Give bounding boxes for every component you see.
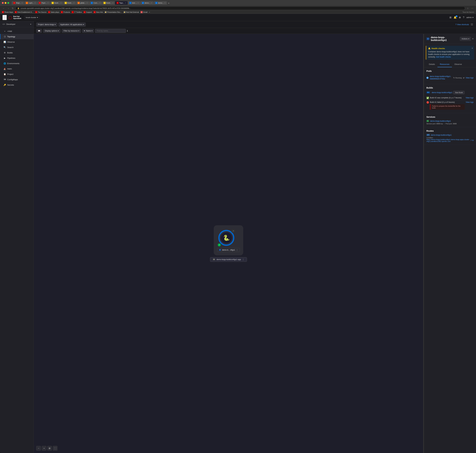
add-health-checks-link[interactable]: Add health checks — [436, 56, 451, 58]
forward-button[interactable]: → — [7, 7, 10, 10]
name-filter-button[interactable]: ▼ Name ▾ — [82, 29, 94, 33]
start-build-button[interactable]: Start Build — [453, 91, 464, 94]
node-context-menu[interactable]: ⋮ — [236, 249, 238, 251]
route-url[interactable]: https://demo-bnpp-buildconfigs1-demo-bnp… — [426, 139, 474, 142]
tab-close[interactable]: × — [165, 2, 166, 4]
bookmark-redhat-external[interactable]: 📁 Red Hat External — [123, 11, 139, 13]
more-bookmarks[interactable]: » — [149, 11, 150, 13]
user-menu[interactable]: admin ▾ — [467, 16, 474, 19]
expand-button[interactable]: ⛶ — [53, 446, 58, 451]
sidebar-item-configmaps[interactable]: 🗺 ConfigMaps — [0, 77, 34, 82]
bookmark-sales[interactable]: S Sales plays — [48, 11, 59, 13]
sidebar-item-project[interactable]: 📋 Project — [0, 71, 34, 77]
bookmark-ittoolbox[interactable]: I IT Toolbox — [72, 11, 82, 13]
zoom-out-button[interactable]: − — [36, 446, 41, 451]
sidebar-item-builds[interactable]: ⚙ Builds — [0, 50, 34, 55]
group-context-menu[interactable]: ⋮ — [242, 258, 244, 261]
service-name-link[interactable]: demo-bnpp-buildconfigs1 — [430, 120, 451, 122]
add-icon[interactable]: ⊕ — [459, 16, 461, 19]
perspective-selector[interactable]: </> Developer ▾ — [0, 21, 34, 27]
tab-close[interactable]: × — [60, 2, 61, 4]
bookmark-presentation[interactable]: 📁 Presentation Res… — [105, 11, 122, 13]
tab-resources[interactable]: Resources — [437, 62, 452, 67]
external-link-icon[interactable]: ↗ — [470, 139, 472, 141]
zoom-in-button[interactable]: + — [42, 446, 46, 451]
browser-tab[interactable]: d demo… × — [140, 1, 153, 5]
grid-icon[interactable]: ⊞ — [449, 16, 451, 19]
search-input[interactable] — [95, 29, 126, 33]
bookmark-newhire[interactable]: N New Hire — [94, 11, 103, 13]
view-shortcuts-link[interactable]: ? View shortcuts — [455, 23, 469, 26]
tab-details[interactable]: Details — [426, 62, 437, 67]
tab-close[interactable]: × — [73, 2, 74, 4]
project-selector[interactable]: Project: demo-bnpp ▾ — [36, 22, 57, 27]
display-options-button[interactable]: Display options ▾ — [43, 29, 60, 33]
new-tab-button[interactable]: + — [167, 2, 170, 5]
pod-view-logs-link[interactable]: View logs — [466, 77, 474, 79]
urlbar[interactable]: 🔒 console-openshift-console.apps.cluster… — [15, 7, 465, 10]
bookmark-support[interactable]: S Support — [84, 11, 92, 13]
browser-tab[interactable]: G gitlab… × — [76, 1, 89, 5]
tab-close[interactable]: × — [35, 2, 36, 4]
back-button[interactable]: ← — [2, 7, 6, 10]
reload-button[interactable]: ↻ — [11, 7, 14, 10]
tab-close[interactable]: × — [151, 2, 152, 4]
topology-view-btn[interactable]: 📖 — [36, 29, 42, 33]
tab-close[interactable]: × — [138, 2, 139, 4]
pod-name-link[interactable]: demo-bnpp-buildconfigs1-5886f6f9d9-87h5w — [430, 75, 452, 80]
browser-tab[interactable]: P Pipel… × — [37, 1, 50, 5]
app-selector[interactable]: Application: All applications ▾ — [58, 22, 86, 27]
close-window-btn[interactable] — [2, 2, 4, 4]
tab-close[interactable]: × — [87, 2, 87, 4]
sidebar-item-secrets[interactable]: 🔑 Secrets — [0, 82, 34, 88]
bookmark-button[interactable]: ☆ — [466, 7, 469, 10]
maximize-window-btn[interactable] — [7, 2, 9, 4]
more-button[interactable]: ⋯ — [470, 7, 474, 10]
sidebar-item-helm[interactable]: ⛵ Helm — [0, 66, 34, 71]
alert-close-button[interactable]: × — [472, 47, 473, 50]
bookmark-source[interactable]: S The Source — [35, 11, 47, 13]
sidebar-item-pipelines[interactable]: ▶ Pipelines — [0, 55, 34, 61]
tab-observe[interactable]: Observe — [452, 62, 464, 67]
filter-by-resource-button[interactable]: Filter by resource ▾ — [62, 29, 81, 33]
list-view-button[interactable]: ☷ — [470, 22, 474, 27]
sidebar-item-observe[interactable]: 📊 Observe — [0, 39, 34, 45]
bc-name-link[interactable]: demo-bnpp-buildconfigs1 — [432, 92, 452, 94]
browser-tab[interactable]: R Règl… × — [12, 1, 24, 5]
browser-tab[interactable]: L Light… × — [24, 1, 37, 5]
tab-close[interactable]: × — [48, 2, 49, 4]
bookmark-rover-apps[interactable]: R Rover Apps — [2, 11, 13, 13]
browser-tab[interactable]: t test-… × — [128, 1, 140, 5]
fit-to-screen-button[interactable]: ⊞ — [47, 446, 52, 451]
bookmark-gmail[interactable]: M Gmail — [140, 11, 148, 13]
browser-tab[interactable]: B Build… × — [102, 1, 115, 5]
app-node[interactable]: 🐍 ↗ ✓ D — [214, 225, 243, 255]
copy-icon[interactable]: ⧉ — [472, 139, 474, 141]
sidebar-item-add[interactable]: + +Add — [0, 28, 34, 34]
external-link-badge[interactable]: ↗ — [231, 229, 235, 233]
build-2-view-logs-link[interactable]: View logs — [466, 97, 474, 99]
sidebar-item-environments[interactable]: 🌐 Environments — [0, 61, 34, 66]
panel-close-button[interactable]: × — [472, 37, 474, 40]
browser-tab[interactable]: B Build… × — [63, 1, 76, 5]
tab-close[interactable]: × — [112, 2, 113, 4]
browser-tab[interactable]: d demo… × — [154, 1, 167, 5]
app-group-label[interactable]: A demo-bnpp-buildconfigs1-app ⋮ — [210, 257, 247, 262]
tab-close[interactable]: × — [125, 2, 126, 4]
tab-close[interactable]: × — [99, 2, 100, 4]
notifications-icon[interactable]: 🔔 5 — [454, 16, 457, 19]
help-icon[interactable]: ? — [463, 16, 464, 19]
route-name-link[interactable]: demo-bnpp-buildconfigs1 — [431, 134, 452, 136]
sidebar-item-topology[interactable]: ⬡ Topology — [0, 34, 34, 39]
browser-tab[interactable]: C Com… × — [89, 1, 102, 5]
minimize-window-btn[interactable] — [5, 2, 7, 4]
build-1-view-logs-link[interactable]: View logs — [466, 101, 474, 103]
sidebar-item-search[interactable]: 🔍 Search — [0, 45, 34, 50]
actions-button[interactable]: Actions ▾ — [460, 37, 471, 41]
bookmark-role[interactable]: R Role Enablement S… — [15, 11, 34, 13]
topology-canvas[interactable]: 🐍 ↗ ✓ D — [34, 34, 423, 453]
tab-close[interactable]: × — [22, 2, 23, 4]
browser-tab-active[interactable]: T Topo… × — [115, 1, 128, 5]
browser-tab[interactable]: B Build… × — [50, 1, 63, 5]
cluster-selector[interactable]: local-cluster ▾ — [24, 15, 39, 19]
